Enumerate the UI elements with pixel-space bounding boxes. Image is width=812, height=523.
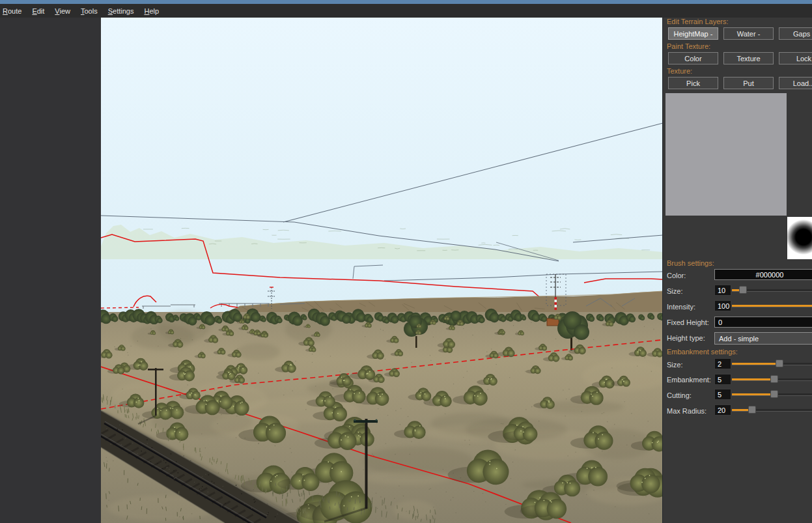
texture-preview [665,93,787,216]
brush-size-label: Size: [667,287,682,295]
slider-handle[interactable] [776,360,783,367]
brush-settings-label: Brush settings: [667,259,714,267]
left-empty-strip [0,18,101,523]
embankment-size-slider[interactable] [732,358,812,369]
embankment-field[interactable]: 5 [714,374,731,385]
texture-put-button[interactable]: Put [723,77,774,89]
brush-color-label: Color: [667,272,686,279]
terrain-scene [101,18,663,523]
embankment-label: Embankment: [667,376,711,384]
texture-pick-button[interactable]: Pick [668,77,718,89]
brush-size-field[interactable]: 10 [714,285,731,296]
gaps-layer-button[interactable]: Gaps - [779,27,812,40]
water-layer-button[interactable]: Water - [723,27,774,40]
embankment-size-field[interactable]: 2 [714,358,731,369]
menu-settings[interactable]: Settings [107,6,135,16]
slider-handle[interactable] [770,390,778,398]
brush-shape-preview [787,217,812,259]
terrain-3d-viewport[interactable] [101,18,663,523]
cutting-field[interactable]: 5 [714,389,731,400]
texture-load-button[interactable]: Load... [779,77,812,89]
brush-intensity-field[interactable]: 100 [714,300,731,311]
texture-label: Texture: [667,67,692,75]
cutting-slider[interactable] [732,389,812,400]
embankment-settings-label: Embankment settings: [667,348,738,356]
max-radius-field[interactable]: 20 [714,404,731,416]
brush-size-slider[interactable] [732,285,812,296]
menu-bar: Route Edit View Tools Settings Help [0,4,812,18]
edit-terrain-layers-label: Edit Terrain Layers: [667,18,729,25]
height-type-dropdown[interactable]: Add - simple [714,332,812,345]
paint-texture-label: Paint Texture: [667,42,710,50]
paint-texture-button[interactable]: Texture [723,52,774,64]
slider-fill [732,378,774,380]
menu-help[interactable]: Help [143,6,160,16]
brush-intensity-slider[interactable] [732,300,812,311]
slider-handle[interactable] [748,406,756,414]
brush-color-field[interactable]: #000000 [714,269,812,280]
max-radius-slider[interactable] [732,404,812,416]
fixed-height-label: Fixed Height: [667,318,709,326]
menu-edit[interactable]: Edit [31,6,45,16]
cutting-label: Cutting: [667,391,692,399]
height-type-label: Height type: [667,334,705,342]
slider-handle[interactable] [770,375,778,383]
brush-intensity-label: Intensity: [667,303,695,311]
embankment-slider[interactable] [732,374,812,385]
terrain-tools-panel: Edit Terrain Layers: HeightMap - Water -… [663,18,812,523]
brush-blob [787,217,812,259]
paint-lock-button[interactable]: Lock [779,52,812,64]
fixed-height-field[interactable]: 0 [714,317,812,328]
menu-tools[interactable]: Tools [80,6,98,16]
menu-view[interactable]: View [54,6,71,16]
slider-fill [732,393,774,395]
paint-color-button[interactable]: Color [668,52,718,64]
max-radius-label: Max Radius: [667,407,707,415]
slider-handle[interactable] [739,286,747,294]
terrain-editor-app: { "window": { "titlebar_color": "#5b84ad… [0,0,812,523]
embankment-size-label: Size: [667,361,682,369]
slider-fill [732,305,812,307]
menu-route[interactable]: Route [2,6,22,16]
slider-fill [732,363,779,365]
heightmap-layer-button[interactable]: HeightMap - [668,27,718,40]
